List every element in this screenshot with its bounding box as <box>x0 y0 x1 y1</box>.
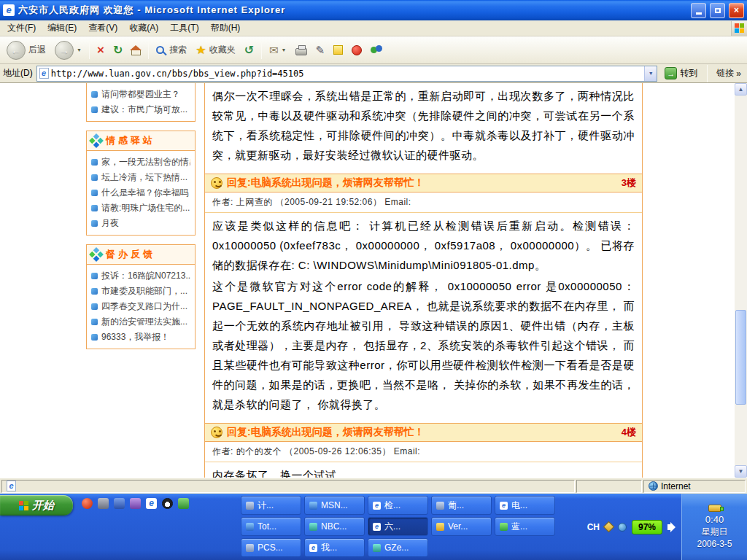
search-button[interactable]: 搜索 <box>152 42 190 58</box>
print-button[interactable] <box>292 44 311 57</box>
sidebar-section-feedback: 督办反馈 投诉：16路皖N07213... 市建委及职能部门，... 四季春交叉… <box>86 244 196 349</box>
task-button[interactable]: Tot... <box>241 517 301 536</box>
smiley-icon <box>211 427 222 438</box>
sidebar-topic-link[interactable]: 请教:明珠广场住宅的... <box>91 201 190 216</box>
quick-launch-ie-icon[interactable]: e <box>146 498 157 509</box>
vertical-scrollbar[interactable]: ▲ ▼ <box>735 83 747 478</box>
sidebar-section-emotion: 情感驿站 家，一段无法割舍的情感 坛上冷清，坛下热情... 什么是幸福？你幸福吗… <box>86 131 196 236</box>
quick-launch-area: e <box>82 498 189 509</box>
power-plug-icon <box>708 505 721 512</box>
menu-favorites[interactable]: 收藏(A) <box>123 20 164 36</box>
scroll-up-button[interactable]: ▲ <box>735 83 747 96</box>
language-indicator[interactable]: CH <box>587 522 600 532</box>
forward-dropdown-icon[interactable]: ▼ <box>77 47 82 52</box>
address-field: e ▼ <box>36 66 658 82</box>
clock-date: 2006-3-5 <box>697 539 732 549</box>
sidebar-topics-box: 请问带都婴园业主？ 建议：市民广场可放... <box>86 83 196 122</box>
section-header: 督办反馈 <box>87 245 195 265</box>
sidebar-topic-link[interactable]: 96333，我举报！ <box>91 330 190 345</box>
task-button[interactable]: 蓝... <box>495 517 555 536</box>
edit-button[interactable]: ✎ <box>312 43 329 57</box>
sidebar-topic-link[interactable]: 请问带都婴园业主？ <box>91 87 190 102</box>
home-icon <box>131 50 141 55</box>
history-button[interactable]: ↺ <box>241 43 258 58</box>
battery-level-indicator[interactable]: 97% <box>632 520 662 534</box>
quick-launch-icon[interactable] <box>178 498 189 509</box>
forward-button[interactable]: → ▼ <box>51 39 85 61</box>
address-input[interactable] <box>51 69 645 79</box>
messenger-icon <box>371 45 382 55</box>
task-button[interactable]: GZe... <box>368 538 428 557</box>
bullet-icon <box>91 205 98 211</box>
qq-icon <box>352 45 362 55</box>
task-button[interactable]: MSN... <box>304 496 365 515</box>
quick-launch-icon[interactable] <box>82 498 93 509</box>
bullet-icon <box>91 174 98 181</box>
reply-body: 内存条坏了，换一个试试。 <box>205 462 642 478</box>
clock-panel: 0:40 星期日 2006-3-5 <box>681 494 747 560</box>
menu-view[interactable]: 查看(V) <box>82 20 123 36</box>
scrollbar-thumb[interactable] <box>735 310 746 405</box>
close-button[interactable]: × <box>729 3 744 18</box>
task-button[interactable]: 葡... <box>431 496 492 515</box>
sidebar-topic-link[interactable]: 月夜 <box>91 216 190 231</box>
back-button[interactable]: ← 后退 <box>3 39 50 61</box>
task-button[interactable]: 计... <box>241 496 301 515</box>
favorites-button[interactable]: ★ 收藏夹 <box>192 42 239 58</box>
minimize-button[interactable] <box>691 3 706 18</box>
task-button[interactable]: NBC... <box>304 517 365 536</box>
sidebar-topic-link[interactable]: 投诉：16路皖N07213... <box>91 268 190 284</box>
search-icon <box>156 46 164 54</box>
reply-title: 回复:电脑系统出现问题，烦请网友帮帮忙！ <box>227 176 617 190</box>
address-label: 地址(D) <box>3 67 33 79</box>
menu-file[interactable]: 文件(F) <box>1 20 42 36</box>
tray-icon[interactable] <box>603 521 615 533</box>
qq-button[interactable] <box>348 44 365 57</box>
sidebar-topic-link[interactable]: 新的治安管理法实施... <box>91 314 190 330</box>
tray-icon[interactable] <box>618 523 627 532</box>
quick-launch-icon[interactable] <box>98 498 109 509</box>
home-button[interactable] <box>128 43 144 57</box>
bullet-icon <box>91 190 98 196</box>
quick-launch-icon[interactable] <box>114 498 125 509</box>
links-label: 链接 <box>716 67 734 79</box>
sidebar-topic-link[interactable]: 市建委及职能部门，... <box>91 284 190 299</box>
menu-tools[interactable]: 工具(T) <box>164 20 204 36</box>
menu-help[interactable]: 帮助(H) <box>205 20 247 36</box>
task-button[interactable]: e电... <box>495 496 555 515</box>
zone-label: Internet <box>661 481 691 491</box>
quick-launch-qq-icon[interactable] <box>162 498 173 509</box>
mail-icon: ✉ <box>269 44 279 55</box>
forward-arrow-icon: → <box>55 41 74 60</box>
reply-author-line: 作者: 的个的发个 （2005-09-26 12:06:35） Email: <box>205 442 642 462</box>
sidebar-topic-link[interactable]: 坛上冷清，坛下热情... <box>91 170 190 185</box>
maximize-button[interactable] <box>710 3 725 18</box>
task-button-active[interactable]: e六... <box>368 517 428 536</box>
sidebar-topic-link[interactable]: 家，一段无法割舍的情感 <box>91 155 190 170</box>
quick-launch-icon[interactable] <box>130 498 141 509</box>
menu-edit[interactable]: 编辑(E) <box>42 20 82 36</box>
address-dropdown-icon[interactable]: ▼ <box>644 66 657 81</box>
mail-button[interactable]: ✉▼ <box>266 43 290 57</box>
print-icon <box>295 48 307 55</box>
messenger-button[interactable] <box>367 44 386 57</box>
links-menu[interactable]: 链接 » <box>713 67 744 79</box>
task-button[interactable]: Ver... <box>431 517 492 536</box>
task-button[interactable]: PCS... <box>241 538 301 557</box>
section-header: 情感驿站 <box>87 131 195 151</box>
sidebar-topic-link[interactable]: 四季春交叉路口为什... <box>91 299 190 314</box>
scrollbar-track[interactable] <box>735 96 747 465</box>
scroll-down-button[interactable]: ▼ <box>735 465 747 478</box>
start-button[interactable]: 开始 <box>0 495 73 516</box>
refresh-button[interactable]: ↻ <box>109 43 126 58</box>
task-button[interactable]: e我... <box>304 538 365 557</box>
sidebar-topic-link[interactable]: 什么是幸福？你幸福吗？ <box>91 185 190 201</box>
bullet-icon <box>91 220 98 227</box>
discuss-button[interactable] <box>330 44 347 56</box>
task-button[interactable]: e检... <box>368 496 428 515</box>
bullet-icon <box>91 334 98 341</box>
go-button[interactable]: → 转到 <box>661 67 701 79</box>
stop-button[interactable]: × <box>93 42 108 58</box>
volume-icon[interactable] <box>667 524 671 530</box>
sidebar-topic-link[interactable]: 建议：市民广场可放... <box>91 102 190 117</box>
